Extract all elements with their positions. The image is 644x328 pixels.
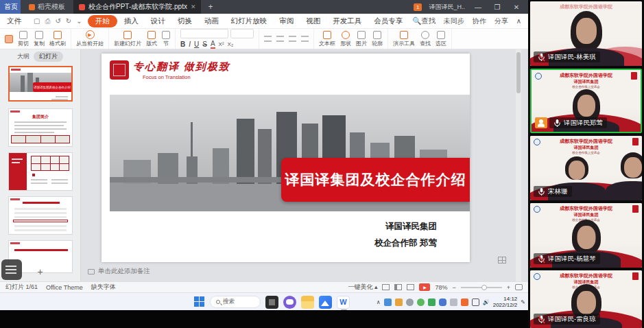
account-name[interactable]: 译国译民_H.. bbox=[429, 3, 465, 12]
outline-tab[interactable]: 大纲 bbox=[17, 52, 29, 61]
superscript-button[interactable]: X² bbox=[219, 41, 224, 47]
file-explorer-icon[interactable] bbox=[301, 296, 314, 309]
layout-button[interactable]: 版式 bbox=[146, 31, 157, 47]
tab-home[interactable]: 首页 bbox=[0, 0, 21, 14]
zoom-level[interactable]: 78% bbox=[435, 284, 447, 291]
textbox-button[interactable]: 文本框 bbox=[319, 31, 335, 47]
current-slide[interactable]: 专心翻译 做到极致 Focus on Translation bbox=[102, 54, 470, 262]
display-icon[interactable] bbox=[472, 298, 479, 306]
zoom-in-button[interactable]: + bbox=[507, 284, 510, 291]
tray-expand-icon[interactable]: ∧ bbox=[377, 299, 381, 305]
picture-button[interactable]: 图片 bbox=[356, 31, 367, 47]
zoom-slider[interactable] bbox=[461, 287, 502, 288]
find-replace-button[interactable]: 查找 bbox=[420, 31, 431, 47]
meeting-tray-icon[interactable] bbox=[461, 298, 468, 306]
canvas-scrollbar[interactable] bbox=[516, 49, 521, 281]
find-button[interactable]: 🔍查找 bbox=[412, 16, 436, 26]
tab-membership[interactable]: 会员专享 bbox=[368, 15, 408, 27]
tab-view[interactable]: 视图 bbox=[300, 15, 326, 27]
quick-widget-button[interactable] bbox=[1, 259, 22, 280]
bold-button[interactable]: B bbox=[180, 40, 185, 48]
slide-thumbnail-2[interactable]: 集团简介 bbox=[8, 108, 73, 147]
subscript-button[interactable]: X₂ bbox=[228, 41, 233, 47]
grid-view-icon[interactable] bbox=[498, 257, 506, 263]
participant-tile-3[interactable]: 成都东软学院外国语学院 译国译民集团 校企合作线上交流会 bbox=[530, 136, 642, 200]
taskview-app-icon[interactable] bbox=[265, 296, 278, 309]
format-painter-button[interactable]: 格式刷 bbox=[49, 31, 66, 47]
zoom-slider-knob[interactable] bbox=[481, 285, 487, 290]
notes-placeholder[interactable]: 单击此处添加备注 bbox=[88, 267, 150, 276]
taskbar-clock[interactable]: 14:12 2022/12/2 bbox=[493, 296, 518, 308]
pen-workspace-icon[interactable]: ✎ bbox=[521, 299, 525, 305]
start-button[interactable] bbox=[194, 296, 205, 307]
security-shield-icon[interactable] bbox=[428, 298, 436, 306]
collaborate-button[interactable]: 协作 bbox=[473, 16, 486, 26]
slide-sorter-icon[interactable] bbox=[394, 284, 402, 290]
tab-slideshow[interactable]: 幻灯片放映 bbox=[226, 15, 273, 27]
align-right-icon[interactable] bbox=[289, 36, 296, 42]
justify-icon[interactable] bbox=[301, 36, 309, 42]
chat-app-icon[interactable] bbox=[283, 296, 296, 309]
slide-thumbnail-4[interactable] bbox=[8, 196, 73, 235]
strikethrough-button[interactable]: S bbox=[202, 40, 207, 48]
collapse-ribbon-icon[interactable]: ∧ bbox=[516, 17, 521, 25]
tab-design[interactable]: 设计 bbox=[145, 15, 171, 27]
missing-font-indicator[interactable]: 缺失字体 bbox=[91, 283, 116, 292]
slides-tab[interactable]: 幻灯片 bbox=[34, 51, 63, 62]
participant-tile-1[interactable]: 成都东软学院外国语学院 译国译民-林美琪 bbox=[530, 1, 642, 66]
taskbar-search[interactable]: 搜索 bbox=[210, 296, 261, 308]
normal-view-icon[interactable] bbox=[382, 284, 390, 290]
print-icon[interactable]: ⎙ bbox=[45, 17, 50, 25]
beautify-button[interactable]: 一键美化 ▴ bbox=[348, 283, 377, 292]
tray-icon-3[interactable] bbox=[406, 298, 414, 306]
font-size-combobox[interactable] bbox=[230, 29, 254, 38]
italic-button[interactable]: I bbox=[189, 40, 191, 48]
new-tab-button[interactable]: + bbox=[201, 0, 219, 14]
customize-toolbar-icon[interactable]: ⌄ bbox=[76, 17, 82, 25]
participant-tile-2[interactable]: 成都东软学院外国语学院 译国译民集团 校企合作线上交流会 译国译民郑莺 bbox=[530, 69, 642, 133]
reading-view-icon[interactable] bbox=[407, 284, 414, 290]
align-left-icon[interactable] bbox=[264, 36, 272, 42]
tab-document[interactable]: 校企合作PPT-成都东软学院.pptx ✕ bbox=[73, 0, 201, 14]
slideshow-play-button[interactable]: ▶ bbox=[419, 283, 430, 291]
outline-button[interactable]: 轮廓 bbox=[372, 31, 383, 47]
sync-status[interactable]: 未同步 bbox=[444, 16, 464, 26]
canvas-scrollbar-thumb[interactable] bbox=[516, 52, 521, 93]
underline-button[interactable]: U bbox=[194, 40, 199, 48]
copy-button[interactable]: 复制 bbox=[34, 31, 45, 47]
play-from-current-button[interactable]: ▶从当前开始 bbox=[76, 30, 104, 47]
paste-button[interactable] bbox=[5, 35, 13, 43]
file-menu[interactable]: 文件 bbox=[0, 16, 28, 26]
redo-icon[interactable]: ↻ bbox=[66, 17, 71, 25]
tab-review[interactable]: 审阅 bbox=[274, 15, 299, 27]
tab-start[interactable]: 开始 bbox=[88, 15, 117, 27]
fit-window-icon[interactable] bbox=[515, 284, 523, 290]
tab-close-icon[interactable]: ✕ bbox=[191, 3, 196, 10]
slide-thumbnail-1[interactable]: 译国译集团及校企合作介绍 bbox=[8, 66, 73, 102]
tab-animation[interactable]: 动画 bbox=[199, 15, 224, 27]
save-icon[interactable]: ▢ bbox=[34, 17, 40, 25]
tab-devtools[interactable]: 开发工具 bbox=[327, 15, 367, 27]
minimize-button[interactable]: — bbox=[472, 3, 484, 11]
font-name-combobox[interactable] bbox=[180, 29, 228, 38]
shapes-button[interactable]: 形状 bbox=[340, 31, 351, 47]
microphone-tray-icon[interactable] bbox=[439, 298, 446, 306]
zoom-out-button[interactable]: − bbox=[452, 284, 455, 291]
participant-tile-5[interactable]: 成都东软学院外国语学院 译国译民集团 校企合作线上交流会 译国译民-雷良琼 bbox=[530, 270, 642, 328]
theme-indicator[interactable]: Office Theme bbox=[46, 284, 83, 291]
tab-transition[interactable]: 切换 bbox=[172, 15, 198, 27]
tray-icon-2[interactable] bbox=[395, 298, 403, 306]
new-slide-button[interactable]: 新建幻灯片 bbox=[114, 31, 141, 47]
volume-icon[interactable]: 🔊 bbox=[483, 299, 490, 305]
align-center-icon[interactable] bbox=[276, 36, 284, 42]
notification-badge[interactable]: 1 bbox=[414, 3, 422, 11]
tab-docer[interactable]: 稻壳模板 bbox=[21, 0, 73, 14]
wps-app-icon[interactable]: W bbox=[337, 296, 350, 309]
participant-tile-4[interactable]: 成都东软学院外国语学院 译国译民集团 校企合作线上交流会 译国译民-杨慧琴 bbox=[530, 203, 642, 268]
selection-pane-button[interactable]: 选区 bbox=[436, 31, 446, 47]
present-tools-button[interactable]: 演示工具 bbox=[393, 31, 415, 47]
share-button[interactable]: 分享 bbox=[494, 16, 508, 26]
restore-button[interactable]: ❐ bbox=[491, 3, 503, 11]
usb-device-icon[interactable] bbox=[450, 298, 457, 306]
tray-icon-1[interactable] bbox=[384, 298, 392, 306]
